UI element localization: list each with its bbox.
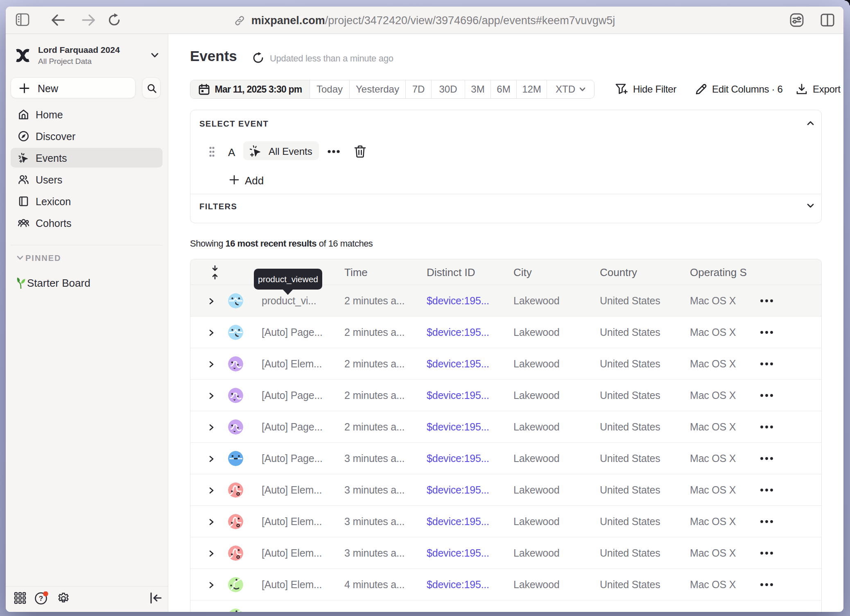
svg-text:?: ? [39, 595, 43, 602]
